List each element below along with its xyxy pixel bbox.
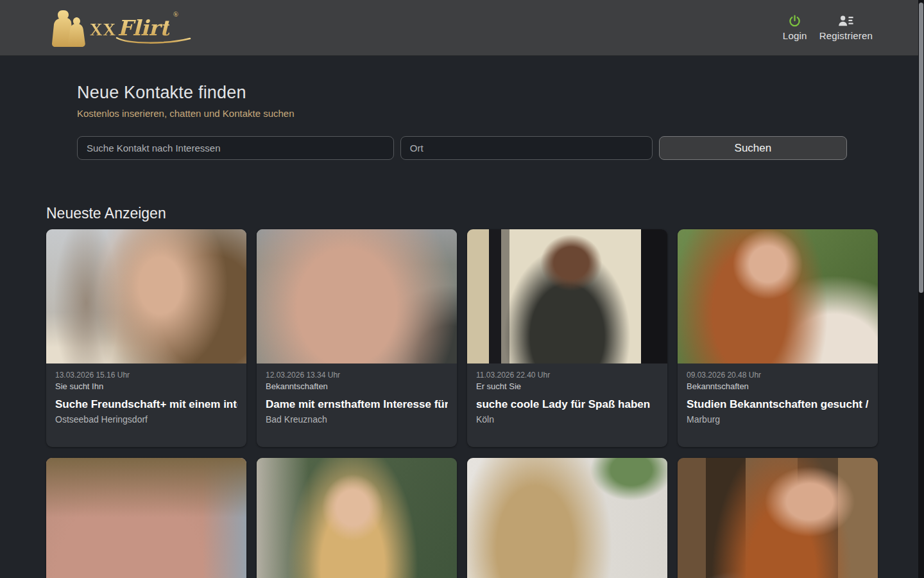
listing-photo-mirror-selfie xyxy=(467,229,667,363)
listing-card[interactable] xyxy=(46,458,246,578)
listing-category: Sie sucht Ihn xyxy=(55,381,237,391)
listing-location: Köln xyxy=(476,414,658,425)
logo-swash-flourish xyxy=(116,37,191,44)
listing-location: Marburg xyxy=(687,414,869,425)
login-label: Login xyxy=(783,30,807,41)
search-bar: Suchen xyxy=(77,136,847,160)
listing-photo-curly-hair-glasses xyxy=(467,458,667,578)
login-button[interactable]: Login xyxy=(780,14,810,41)
listings-heading: Neueste Anzeigen xyxy=(46,205,878,222)
register-button[interactable]: Registrieren xyxy=(819,14,873,41)
listing-photo-young-person-closeup xyxy=(46,458,246,578)
couple-silhouette-logo-icon xyxy=(50,8,87,48)
listing-photo-man-glasses xyxy=(257,229,457,363)
listing-date: 11.03.2026 22.40 Uhr xyxy=(476,371,658,380)
listing-photo-woman-eiffel-tower xyxy=(46,229,246,363)
listing-category: Bekanntschaften xyxy=(687,381,869,391)
listing-date: 09.03.2026 20.48 Uhr xyxy=(687,371,869,380)
vertical-scrollbar[interactable] xyxy=(918,0,924,578)
listing-photo-blonde-denim xyxy=(257,458,457,578)
listing-card[interactable] xyxy=(257,458,457,578)
listing-category: Er sucht Sie xyxy=(476,381,658,391)
search-submit-button[interactable]: Suchen xyxy=(659,136,847,160)
listing-photo-redhead-library xyxy=(678,458,878,578)
listing-card[interactable]: 12.03.2026 13.34 Uhr Bekanntschaften Dam… xyxy=(257,229,457,447)
registered-trademark: ® xyxy=(173,10,178,18)
listing-card[interactable] xyxy=(678,458,878,578)
listing-card[interactable]: 13.03.2026 15.16 Uhr Sie sucht Ihn Suche… xyxy=(46,229,246,447)
search-interests-input[interactable] xyxy=(77,136,394,160)
listings-grid: 13.03.2026 15.16 Uhr Sie sucht Ihn Suche… xyxy=(46,229,878,578)
page-title: Neue Kontakte finden xyxy=(77,83,847,103)
search-location-input[interactable] xyxy=(400,136,653,160)
header-nav: Login Registrieren xyxy=(780,14,873,41)
power-icon xyxy=(788,14,801,28)
register-label: Registrieren xyxy=(819,30,873,41)
scrollbar-thumb[interactable] xyxy=(919,3,923,293)
hero-section: Neue Kontakte finden Kostenlos inseriere… xyxy=(0,83,924,160)
listing-title: Dame mit ernsthaftem Interesse für ... xyxy=(266,398,448,411)
register-user-icon xyxy=(837,14,854,28)
listing-card[interactable]: 11.03.2026 22.40 Uhr Er sucht Sie suche … xyxy=(467,229,667,447)
listing-date: 12.03.2026 13.34 Uhr xyxy=(266,371,448,380)
page-subtitle: Kostenlos inserieren, chatten und Kontak… xyxy=(77,108,847,119)
listing-date: 13.03.2026 15.16 Uhr xyxy=(55,371,237,380)
latest-listings-section: Neueste Anzeigen 13.03.2026 15.16 Uhr Si… xyxy=(46,205,878,578)
listing-category: Bekanntschaften xyxy=(266,381,448,391)
listing-card[interactable]: 09.03.2026 20.48 Uhr Bekanntschaften Stu… xyxy=(678,229,878,447)
header: XX Flirt ® Login Registrieren xyxy=(0,0,924,56)
site-logo[interactable]: XX Flirt ® xyxy=(50,8,178,48)
listing-card[interactable] xyxy=(467,458,667,578)
listing-location: Bad Kreuznach xyxy=(266,414,448,425)
listing-location: Ostseebad Heringsdorf xyxy=(55,414,237,425)
logo-text-xx: XX xyxy=(90,20,116,40)
listing-title: suche coole Lady für Spaß haben xyxy=(476,398,658,411)
listing-photo-redhead-outdoors xyxy=(678,229,878,363)
listing-title: Studien Bekanntschaften gesucht / ... xyxy=(687,398,869,411)
listing-title: Suche Freundschaft+ mit einem inte... xyxy=(55,398,237,411)
